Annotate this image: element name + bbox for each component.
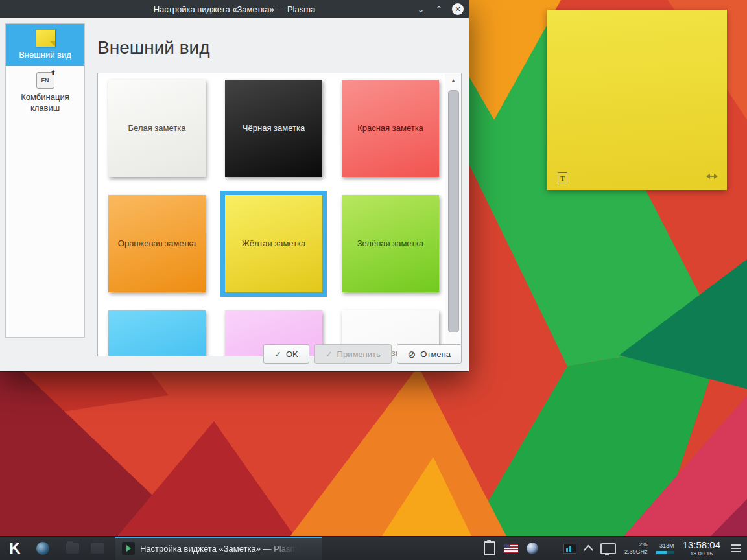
- note-option[interactable]: Оранжевая заметка: [108, 195, 206, 292]
- ok-button-label: OK: [286, 349, 298, 359]
- scroll-up-icon[interactable]: ▴: [445, 75, 461, 86]
- appearance-note-icon: [36, 30, 55, 47]
- task-label: Настройка виджета «Заметка» — Plasm: [140, 544, 297, 554]
- minimize-icon[interactable]: ⌄: [416, 5, 426, 14]
- notes-grid: Белая заметкаЧёрная заметкаКрасная замет…: [98, 73, 461, 356]
- check-icon: ✓: [326, 349, 333, 359]
- cpu-monitor: 2% 2.39GHz: [624, 541, 648, 555]
- check-icon: ✓: [274, 349, 281, 359]
- dialog-buttons: ✓ OK ✓ Применить ⊘ Отмена: [263, 344, 462, 364]
- memory-bar: [656, 551, 674, 554]
- maximize-icon[interactable]: ⌃: [434, 5, 444, 14]
- text-format-icon[interactable]: T: [558, 172, 567, 183]
- page-title: Внешний вид: [97, 38, 210, 58]
- network-globe-icon[interactable]: [527, 542, 538, 554]
- taskbar: K Настройка виджета «Заметка» — Plasm 2%…: [0, 536, 747, 560]
- clipboard-icon[interactable]: [484, 541, 495, 555]
- monitor-icon[interactable]: [600, 543, 616, 554]
- note-option[interactable]: Красная заметка: [342, 80, 439, 177]
- folder-icon[interactable]: [66, 543, 79, 554]
- note-option-label: Белая заметка: [128, 123, 186, 134]
- notes-scroll-area: Белая заметкаЧёрная заметкаКрасная замет…: [97, 73, 462, 356]
- activities-icon[interactable]: [36, 542, 49, 555]
- cpu-percent: 2%: [639, 541, 648, 548]
- note-option-label: Чёрная заметка: [243, 123, 305, 134]
- sidebar-item-appearance[interactable]: Внешний вид: [6, 24, 84, 66]
- dialog-body: Внешний вид FN ⬆ Комбинация клавиш Внешн…: [0, 18, 469, 371]
- task-icon: [122, 542, 135, 555]
- apply-button-label: Применить: [337, 349, 381, 359]
- note-option[interactable]: Белая заметка: [108, 80, 206, 177]
- memory-monitor: 313M: [656, 542, 674, 554]
- clock-date: 18.09.15: [690, 550, 713, 557]
- note-option-label: Оранжевая заметка: [118, 239, 196, 250]
- memory-value: 313M: [659, 542, 674, 550]
- note-option-label: Красная заметка: [357, 123, 423, 134]
- panel-settings-icon[interactable]: [731, 544, 741, 552]
- cancel-icon: ⊘: [408, 349, 416, 359]
- system-tray: 2% 2.39GHz 313M 13:58:04 18.09.15: [484, 537, 743, 560]
- apply-button[interactable]: ✓ Применить: [314, 344, 392, 364]
- kde-launcher-icon[interactable]: K: [4, 539, 26, 557]
- taskbar-task[interactable]: Настройка виджета «Заметка» — Plasm: [115, 537, 322, 560]
- cancel-button-label: Отмена: [420, 349, 451, 359]
- note-option[interactable]: Жёлтая заметка: [225, 195, 322, 292]
- cpu-frequency: 2.39GHz: [624, 548, 648, 555]
- clock[interactable]: 13:58:04 18.09.15: [683, 539, 720, 557]
- cancel-button[interactable]: ⊘ Отмена: [397, 344, 462, 364]
- window-title: Настройка виджета «Заметка» — Plasma: [154, 5, 316, 14]
- scrollbar[interactable]: ▴ ▾: [445, 73, 461, 356]
- settings-window: Настройка виджета «Заметка» — Plasma ⌄ ⌃…: [0, 0, 469, 371]
- scrollbar-thumb[interactable]: [448, 90, 459, 332]
- note-option-label: Жёлтая заметка: [242, 239, 306, 250]
- sticky-note-widget[interactable]: T: [547, 10, 727, 190]
- sidebar-item-label: Комбинация клавиш: [8, 92, 82, 113]
- tray-expand-icon[interactable]: [584, 544, 594, 555]
- titlebar[interactable]: Настройка виджета «Заметка» — Plasma ⌄ ⌃…: [0, 0, 469, 18]
- sidebar-item-shortcuts[interactable]: FN ⬆ Комбинация клавиш: [6, 66, 84, 119]
- keyboard-shortcut-icon: FN ⬆: [36, 72, 54, 89]
- note-option[interactable]: Зелёная заметка: [342, 195, 439, 292]
- sidebar-item-label: Внешний вид: [19, 50, 71, 60]
- fn-key-label: FN: [42, 77, 49, 84]
- note-option-label: Зелёная заметка: [357, 239, 424, 250]
- ok-button[interactable]: ✓ OK: [263, 344, 309, 364]
- arrow-up-icon: ⬆: [50, 69, 56, 78]
- close-icon[interactable]: ✕: [452, 3, 464, 15]
- sidebar: Внешний вид FN ⬆ Комбинация клавиш: [5, 23, 85, 338]
- note-option[interactable]: Чёрная заметка: [225, 80, 322, 177]
- keyboard-layout-flag-icon[interactable]: [504, 544, 518, 553]
- clock-time: 13:58:04: [683, 539, 720, 550]
- desktop: T Настройка виджета «Заметка» — Plasma ⌄…: [0, 0, 747, 560]
- resize-icon[interactable]: [706, 170, 718, 182]
- file-icon[interactable]: [91, 543, 104, 554]
- note-option[interactable]: [108, 310, 206, 356]
- system-load-icon[interactable]: [563, 544, 576, 554]
